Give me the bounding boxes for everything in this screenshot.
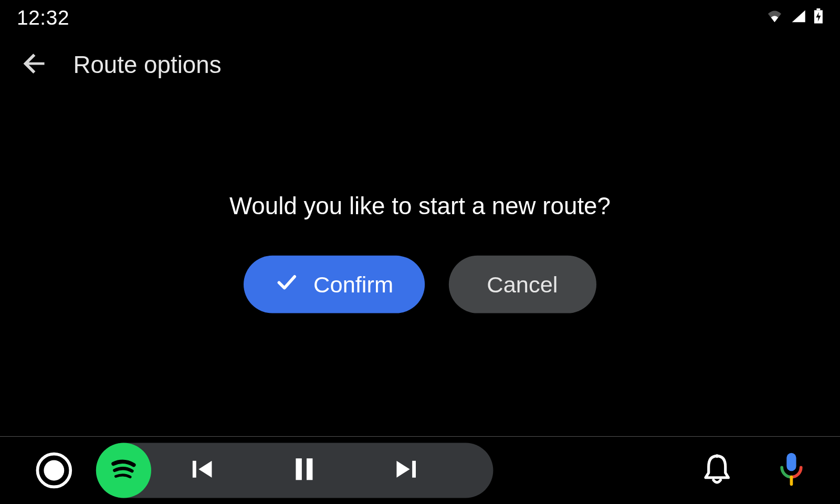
wifi-icon bbox=[765, 9, 783, 26]
skip-next-icon bbox=[393, 456, 419, 485]
spotify-icon bbox=[106, 452, 141, 489]
confirm-button[interactable]: Confirm bbox=[244, 256, 425, 313]
arrow-left-icon bbox=[20, 49, 49, 80]
page-title: Route options bbox=[73, 51, 221, 78]
dialog-content: Would you like to start a new route? Con… bbox=[0, 95, 840, 435]
svg-rect-3 bbox=[296, 458, 301, 480]
svg-rect-7 bbox=[786, 453, 796, 471]
svg-point-6 bbox=[715, 454, 719, 458]
spotify-button[interactable] bbox=[96, 443, 151, 498]
status-time: 12:32 bbox=[17, 6, 69, 29]
microphone-icon bbox=[779, 478, 804, 488]
pause-button[interactable] bbox=[253, 443, 355, 498]
media-controls bbox=[96, 443, 494, 498]
launcher-button[interactable] bbox=[36, 453, 72, 489]
skip-previous-icon bbox=[189, 456, 215, 485]
cancel-button[interactable]: Cancel bbox=[448, 256, 596, 313]
cancel-label: Cancel bbox=[487, 271, 558, 297]
status-icons bbox=[765, 8, 823, 26]
pause-icon bbox=[292, 456, 317, 485]
back-button[interactable] bbox=[17, 47, 53, 83]
voice-assistant-button[interactable] bbox=[779, 452, 804, 489]
next-track-button[interactable] bbox=[355, 443, 457, 498]
dialog-prompt: Would you like to start a new route? bbox=[229, 193, 611, 219]
cellular-icon bbox=[791, 9, 806, 26]
header: Route options bbox=[0, 35, 840, 94]
status-bar: 12:32 bbox=[0, 0, 840, 35]
bell-icon bbox=[703, 476, 731, 486]
previous-track-button[interactable] bbox=[151, 443, 253, 498]
svg-rect-5 bbox=[412, 461, 416, 478]
svg-rect-1 bbox=[816, 8, 820, 10]
check-icon bbox=[275, 270, 299, 299]
nav-bar bbox=[0, 437, 840, 504]
svg-rect-2 bbox=[193, 461, 196, 478]
notifications-button[interactable] bbox=[703, 454, 731, 487]
dialog-actions: Confirm Cancel bbox=[244, 256, 596, 313]
battery-charging-icon bbox=[814, 8, 823, 26]
svg-rect-4 bbox=[307, 458, 312, 480]
confirm-label: Confirm bbox=[313, 271, 393, 297]
